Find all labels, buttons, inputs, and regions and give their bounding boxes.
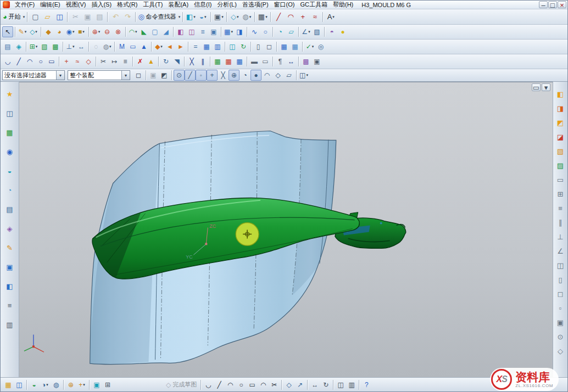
line-tool-button[interactable]: ╱	[214, 379, 225, 390]
grid-pattern-a-button[interactable]: ▦	[279, 41, 289, 52]
measure-distance-button[interactable]: ∠▾	[300, 26, 311, 37]
interpart-link-button[interactable]: ◫	[227, 41, 238, 52]
chevron-down-icon[interactable]: ▼	[121, 71, 130, 80]
block-button[interactable]: ■▾	[76, 26, 87, 37]
dimension-button[interactable]: ↔	[286, 56, 297, 67]
hd3d-tools-panel[interactable]: ◒	[4, 165, 15, 176]
rotate-transform-button[interactable]: ↻	[160, 56, 171, 67]
window-split-button[interactable]: ◫	[335, 379, 346, 390]
through-curves-button[interactable]: ◔	[275, 26, 286, 37]
palette-favorites[interactable]: ◧	[555, 88, 566, 99]
palette-electrodes[interactable]: ▧	[555, 145, 566, 156]
user-defined-feature-button[interactable]: ▥	[212, 41, 223, 52]
plane-tool-button[interactable]: ◇	[283, 379, 294, 390]
menu-item[interactable]: 分析(L)	[214, 1, 239, 9]
add-component-button[interactable]: ⊞▾	[28, 41, 39, 52]
tool-perpendicular[interactable]: ⊥	[555, 231, 566, 242]
bounded-plane-snap[interactable]: ▱	[283, 70, 294, 81]
constraint-navigator-panel[interactable]: ◫	[4, 108, 15, 119]
draft-button[interactable]: ◢	[160, 26, 171, 37]
open-file-button[interactable]: ▱	[41, 11, 53, 23]
intersect-button[interactable]: ⊗	[113, 26, 124, 37]
quick-trim-button[interactable]: ✂	[269, 379, 280, 390]
reuse-library-panel[interactable]: ◉	[4, 146, 15, 157]
snapshot-button[interactable]: ▣	[91, 379, 102, 390]
tool-box[interactable]: ◻	[555, 288, 566, 299]
quadrant-snap[interactable]: ◔	[240, 70, 250, 81]
drafting-app-button[interactable]: ▭	[127, 41, 138, 52]
point-on-surface-snap[interactable]: ◇	[272, 70, 283, 81]
tool-dot[interactable]: ▫	[555, 303, 566, 313]
menu-item[interactable]: 插入(S)	[88, 1, 114, 9]
delete-button[interactable]: ✗	[135, 56, 146, 67]
viewport-menu-button[interactable]: ▾	[542, 83, 550, 91]
shell-button[interactable]: ▢	[149, 26, 160, 37]
palette-standard-parts[interactable]: ◨	[555, 103, 566, 114]
trim-curve-button[interactable]: ✂	[98, 56, 109, 67]
revolve-button[interactable]: ◕	[54, 26, 65, 37]
tool-list[interactable]: ≡	[555, 203, 566, 214]
menu-item[interactable]: 工具(T)	[140, 1, 165, 9]
assembly-constraints-button[interactable]: ⊥▾	[65, 41, 76, 52]
chevron-down-icon[interactable]: ▼	[56, 71, 64, 80]
line-button[interactable]: ╱	[13, 56, 24, 67]
examine-geometry-button[interactable]: ◎	[315, 41, 326, 52]
polygon-button[interactable]: ◇	[83, 56, 94, 67]
part-navigator-button[interactable]: ▤	[2, 41, 13, 52]
edge-blend-button[interactable]: ◠▾	[127, 26, 138, 37]
tool-fixture[interactable]: ⊞	[555, 188, 566, 199]
ruled-surface-button[interactable]: ▱	[286, 26, 297, 37]
annotation-button[interactable]: ¶	[275, 56, 286, 67]
tool-parallel[interactable]: ∥	[555, 217, 566, 228]
mid-point-snap[interactable]: ◦	[196, 70, 207, 81]
control-point-snap[interactable]: +	[207, 70, 218, 81]
pattern-red-button[interactable]: ▦	[223, 56, 234, 67]
work-layer-button[interactable]: ◫	[14, 379, 25, 390]
help-button[interactable]: ?	[361, 379, 372, 390]
process-studio-panel[interactable]: ◈	[4, 223, 15, 234]
extrude-button[interactable]: ◆	[43, 26, 54, 37]
end-point-snap[interactable]: ╱	[185, 70, 196, 81]
highlight-button[interactable]: ◩	[159, 70, 170, 81]
menu-item[interactable]: 帮助(H)	[330, 1, 356, 9]
datum-plane-button[interactable]: ◇▾	[28, 26, 39, 37]
point-button[interactable]: +	[297, 11, 309, 23]
align-left-button[interactable]: ▬	[249, 56, 260, 67]
new-file-button[interactable]: ▢	[29, 11, 41, 23]
warning-button[interactable]: ▲	[146, 56, 157, 67]
create-component-button[interactable]: ▧	[39, 41, 50, 52]
extend-curve-button[interactable]: ↦	[109, 56, 120, 67]
menu-item[interactable]: 文件(F)	[12, 1, 37, 9]
layer-settings-button[interactable]: ▣▾	[213, 11, 225, 23]
move-face-button[interactable]: ◄	[164, 41, 175, 52]
part-families-button[interactable]: ▦	[201, 41, 212, 52]
point-curve-button[interactable]: +	[61, 56, 72, 67]
minimize-button[interactable]: –	[539, 1, 548, 8]
view-grid-button[interactable]: ▦	[3, 379, 14, 390]
immediate-hide-button[interactable]: ◍	[51, 379, 62, 390]
visualize-button[interactable]: ●	[337, 26, 348, 37]
history-panel[interactable]: ◔	[4, 184, 15, 195]
arc-curve-button[interactable]: ◠	[285, 11, 297, 23]
object-info-button[interactable]: ▯	[253, 41, 264, 52]
profile-tool-button[interactable]: ◡	[203, 379, 214, 390]
menu-item[interactable]: 编辑(E)	[37, 1, 63, 9]
snap-point-toggle[interactable]: ⊙	[174, 70, 185, 81]
menu-item[interactable]: 窗口(O)	[271, 1, 298, 9]
sketch-button[interactable]: ✎▾	[17, 26, 28, 37]
split-body-button[interactable]: ◫	[186, 26, 197, 37]
orient-wcs-button[interactable]: ⊕	[65, 379, 76, 390]
trim-body-button[interactable]: ◧	[175, 26, 186, 37]
intersection-curve-button[interactable]: ╳	[186, 56, 197, 67]
palette-measures[interactable]: ▨	[555, 160, 566, 171]
object-display-button[interactable]: ◒	[29, 379, 40, 390]
roles-panel[interactable]: ✎	[4, 242, 15, 253]
modeling-app-button[interactable]: M	[116, 41, 127, 52]
swept-button[interactable]: ∿	[249, 26, 260, 37]
scale-transform-button[interactable]: ◥	[171, 56, 182, 67]
fit-view-button[interactable]: ⊞	[102, 379, 113, 390]
component-array-button[interactable]: ▩	[50, 41, 61, 52]
update-session-button[interactable]: ↻	[238, 41, 249, 52]
pull-face-button[interactable]: ►	[175, 41, 186, 52]
manufacturing-app-button[interactable]: ▲	[138, 41, 149, 52]
